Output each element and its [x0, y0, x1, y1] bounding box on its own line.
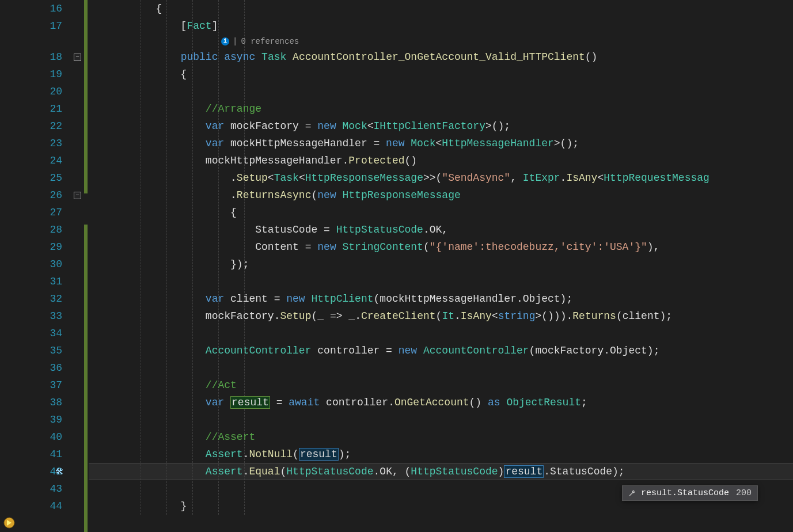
- line-number: 35: [50, 342, 62, 359]
- line-number: 21: [50, 100, 62, 117]
- line-number: 34: [50, 325, 62, 342]
- code-line[interactable]: Assert.NotNull(result);: [89, 446, 793, 463]
- code-line[interactable]: .Setup<Task<HttpResponseMessage>>("SendA…: [89, 169, 793, 187]
- code-line[interactable]: //Act: [89, 377, 793, 394]
- code-line[interactable]: });: [89, 256, 793, 273]
- change-marker: [84, 0, 88, 193]
- code-line[interactable]: [89, 359, 793, 377]
- info-icon: i: [221, 37, 229, 45]
- change-indicator-column: [84, 0, 89, 532]
- code-line[interactable]: {: [89, 0, 793, 17]
- code-line[interactable]: Assert.Equal(HttpStatusCode.OK, (HttpSta…: [89, 463, 793, 480]
- code-line[interactable]: //Assert: [89, 428, 793, 446]
- code-line[interactable]: [89, 83, 793, 100]
- quick-actions-icon[interactable]: 🛠: [55, 468, 63, 477]
- line-number: 31: [50, 273, 62, 290]
- code-line[interactable]: [89, 273, 793, 290]
- code-line[interactable]: [89, 411, 793, 428]
- line-number: 38: [50, 394, 62, 411]
- code-line[interactable]: var result = await controller.OnGetAccou…: [89, 394, 793, 411]
- code-line[interactable]: mockFactory.Setup(_ => _.CreateClient(It…: [89, 307, 793, 325]
- code-line[interactable]: {: [89, 66, 793, 83]
- line-number: 36: [50, 359, 62, 377]
- line-number: 29: [50, 238, 62, 256]
- code-line[interactable]: [Fact]: [89, 17, 793, 35]
- line-number: 17: [50, 17, 62, 35]
- line-number: 26: [50, 187, 62, 204]
- codelens-references[interactable]: i | 0 references: [89, 35, 299, 48]
- code-line[interactable]: public async Task AccountController_OnGe…: [89, 48, 793, 66]
- code-line[interactable]: {: [89, 204, 793, 221]
- line-number-gutter[interactable]: 1617181920212223242526272829303132333435…: [21, 0, 73, 532]
- line-number: 25: [50, 169, 62, 187]
- line-number: 39: [50, 411, 62, 428]
- change-marker: [84, 225, 88, 532]
- fold-toggle-icon[interactable]: −: [74, 192, 81, 199]
- line-number: 32: [50, 290, 62, 307]
- codelens-text[interactable]: 0 references: [241, 35, 299, 48]
- code-line[interactable]: .ReturnsAsync(new HttpResponseMessage: [89, 187, 793, 204]
- code-line[interactable]: var mockHttpMessageHandler = new Mock<Ht…: [89, 135, 793, 152]
- line-number: 30: [50, 256, 62, 273]
- line-number: 22: [50, 117, 62, 135]
- line-number: 33: [50, 307, 62, 325]
- code-editor: 1617181920212223242526272829303132333435…: [0, 0, 793, 532]
- line-number: 27: [50, 204, 62, 221]
- code-line[interactable]: AccountController controller = new Accou…: [89, 342, 793, 359]
- line-number: 16: [50, 0, 62, 17]
- line-number: 18: [50, 48, 62, 66]
- code-text-area[interactable]: { [Fact]i | 0 references public async Ta…: [89, 0, 793, 532]
- code-line[interactable]: //Arrange: [89, 100, 793, 117]
- wrench-icon: [628, 489, 636, 497]
- breakpoint-margin[interactable]: [0, 0, 21, 532]
- debug-datatip[interactable]: result.StatusCode 200: [622, 485, 758, 501]
- datatip-expression: result.StatusCode: [641, 488, 729, 498]
- code-line[interactable]: var mockFactory = new Mock<IHttpClientFa…: [89, 117, 793, 135]
- line-number: 19: [50, 66, 62, 83]
- line-number: 40: [50, 428, 62, 446]
- line-number: 20: [50, 83, 62, 100]
- code-line[interactable]: [89, 325, 793, 342]
- code-line[interactable]: var client = new HttpClient(mockHttpMess…: [89, 290, 793, 307]
- code-folding-column[interactable]: − −: [73, 0, 84, 532]
- line-number: 37: [50, 377, 62, 394]
- code-line[interactable]: StatusCode = HttpStatusCode.OK,: [89, 221, 793, 238]
- line-number: 44: [50, 497, 62, 515]
- datatip-value: 200: [734, 488, 752, 498]
- line-number: 23: [50, 135, 62, 152]
- debug-current-line-arrow: [3, 517, 15, 529]
- code-line[interactable]: mockHttpMessageHandler.Protected(): [89, 152, 793, 169]
- line-number: 28: [50, 221, 62, 238]
- code-line[interactable]: Content = new StringContent("{'name':the…: [89, 238, 793, 256]
- line-number: 41: [50, 446, 62, 463]
- line-number: 43: [50, 480, 62, 497]
- line-number: 24: [50, 152, 62, 169]
- fold-toggle-icon[interactable]: −: [74, 54, 81, 61]
